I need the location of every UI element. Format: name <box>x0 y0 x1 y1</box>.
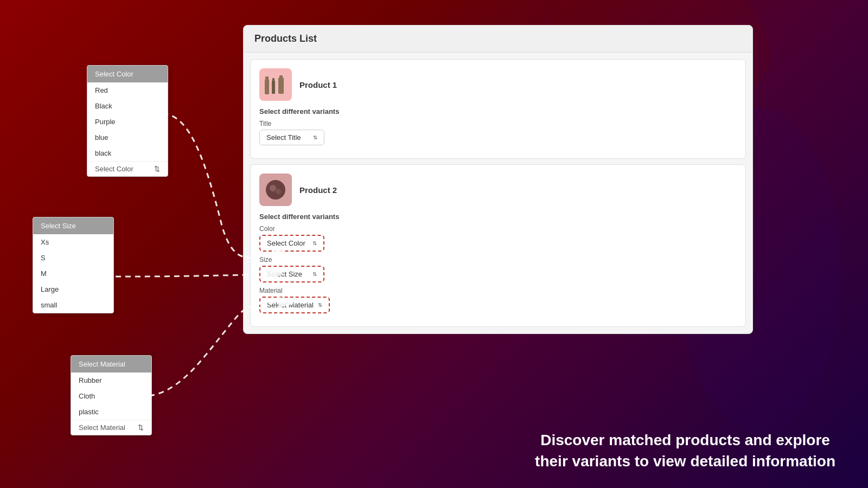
svg-point-8 <box>276 189 281 194</box>
product-1-variants: Select different variants Title Select T… <box>259 107 737 145</box>
product-card-2: Product 2 Select different variants Colo… <box>250 164 746 327</box>
color-dropdown-footer[interactable]: Select Color ⇅ <box>87 161 168 176</box>
size-item-m[interactable]: M <box>33 266 113 281</box>
svg-rect-5 <box>279 75 283 78</box>
product-2-variant-material: Material Select Material ⇅ <box>259 287 737 313</box>
product-2-header: Product 2 <box>259 174 737 206</box>
size-dropdown-menu: Select Size Xs S M Large small <box>33 217 114 313</box>
product-2-variants-label: Select different variants <box>259 213 737 221</box>
select-color-dropdown[interactable]: Select Color ⇅ <box>259 235 324 252</box>
svg-rect-1 <box>265 76 269 80</box>
material-item-plastic[interactable]: plastic <box>71 404 151 420</box>
material-item-cloth[interactable]: Cloth <box>71 388 151 404</box>
product-2-size-label: Size <box>259 256 737 264</box>
size-item-small[interactable]: small <box>33 297 113 313</box>
size-dropdown-header: Select Size <box>33 217 113 234</box>
svg-rect-2 <box>272 81 275 94</box>
color-item-purple[interactable]: Purple <box>87 114 168 130</box>
svg-rect-4 <box>278 78 284 94</box>
color-item-red[interactable]: Red <box>87 82 168 98</box>
select-material-label: Select Material <box>267 301 314 309</box>
svg-rect-0 <box>265 79 269 94</box>
bottom-text-line2: their variants to view detailed informat… <box>535 451 835 472</box>
material-footer-label: Select Material <box>79 423 125 432</box>
color-footer-label: Select Color <box>95 165 133 173</box>
select-material-dropdown[interactable]: Select Material ⇅ <box>259 297 330 313</box>
product-2-name: Product 2 <box>299 185 337 195</box>
material-dropdown-menu: Select Material Rubber Cloth plastic Sel… <box>71 355 152 435</box>
product-2-color-label: Color <box>259 225 737 233</box>
select-size-chevron: ⇅ <box>312 271 317 277</box>
product-1-title-label: Title <box>259 120 737 127</box>
product-1-header: Product 1 <box>259 68 737 101</box>
product-1-variants-label: Select different variants <box>259 107 737 115</box>
select-size-label: Select Size <box>267 270 302 278</box>
svg-point-7 <box>270 185 276 191</box>
color-item-blue[interactable]: blue <box>87 130 168 145</box>
products-panel-title: Products List <box>254 33 317 44</box>
color-item-black2[interactable]: black <box>87 145 168 161</box>
size-item-xs[interactable]: Xs <box>33 234 113 250</box>
products-panel-header: Products List <box>244 25 752 53</box>
products-panel: Products List Product 1 <box>243 25 753 334</box>
product-1-variant-title: Title Select Title ⇅ <box>259 120 737 145</box>
product-2-image <box>262 176 289 203</box>
select-material-chevron: ⇅ <box>318 302 322 308</box>
product-2-variant-size: Size Select Size ⇅ <box>259 256 737 282</box>
products-list: Product 1 Select different variants Titl… <box>244 53 752 333</box>
color-dropdown-header: Select Color <box>87 66 168 82</box>
svg-rect-3 <box>272 78 275 81</box>
material-footer-chevron: ⇅ <box>138 423 144 432</box>
select-title-chevron: ⇅ <box>313 134 317 140</box>
material-item-rubber[interactable]: Rubber <box>71 373 151 388</box>
product-2-variant-color: Color Select Color ⇅ <box>259 225 737 252</box>
select-color-chevron: ⇅ <box>312 240 317 246</box>
product-2-material-label: Material <box>259 287 737 294</box>
color-footer-chevron: ⇅ <box>154 165 160 173</box>
select-size-dropdown[interactable]: Select Size ⇅ <box>259 266 324 282</box>
select-title-label: Select Title <box>266 133 301 142</box>
product-card-1: Product 1 Select different variants Titl… <box>250 59 746 159</box>
size-item-s[interactable]: S <box>33 250 113 266</box>
product-1-image <box>262 71 289 98</box>
select-color-label: Select Color <box>267 239 305 247</box>
bottom-text-line1: Discover matched products and explore <box>535 429 835 451</box>
product-1-name: Product 1 <box>299 80 337 89</box>
product-1-thumbnail <box>259 68 292 101</box>
product-2-variants: Select different variants Color Select C… <box>259 213 737 313</box>
material-dropdown-footer[interactable]: Select Material ⇅ <box>71 420 151 435</box>
color-item-black[interactable]: Black <box>87 98 168 114</box>
color-dropdown-menu: Select Color Red Black Purple blue black… <box>87 65 168 177</box>
bottom-text: Discover matched products and explore th… <box>535 429 835 472</box>
size-item-large[interactable]: Large <box>33 281 113 297</box>
product-2-thumbnail <box>259 174 292 206</box>
select-title-dropdown[interactable]: Select Title ⇅ <box>259 130 324 145</box>
material-dropdown-header: Select Material <box>71 356 151 373</box>
